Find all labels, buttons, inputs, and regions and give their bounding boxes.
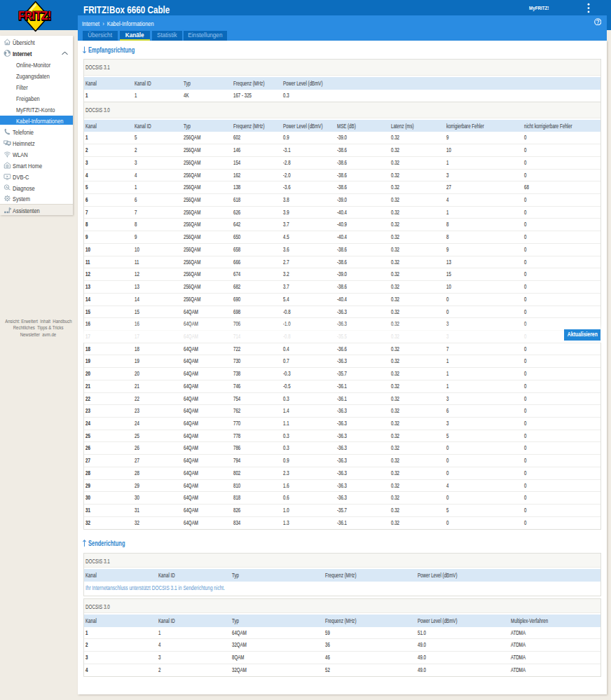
svg-text:FRITZ!: FRITZ!: [18, 9, 51, 22]
